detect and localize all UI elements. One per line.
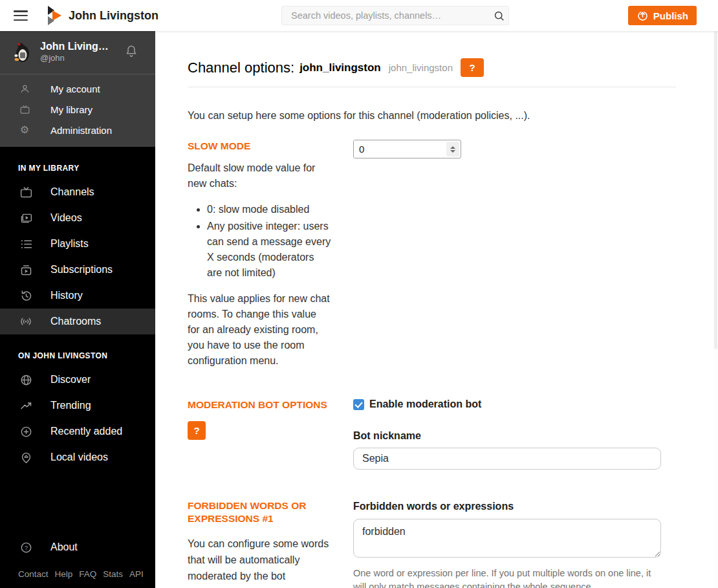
search-input[interactable] [282, 10, 489, 21]
slow-mode-field-column [353, 140, 661, 158]
footer-link-help[interactable]: Help [55, 569, 73, 579]
playlists-icon [18, 237, 34, 251]
intro-text: You can setup here some options for this… [188, 110, 676, 122]
slow-mode-number-field [353, 140, 461, 158]
slow-mode-description-column: SLOW MODE Default slow mode value for ne… [188, 140, 353, 369]
channel-name: john_livingston [299, 61, 381, 74]
sidebar-item-my-account[interactable]: My account [0, 78, 155, 99]
forbidden-words-description: You can configure some words that will b… [188, 536, 331, 588]
sidebar-spacer [0, 470, 155, 534]
slow-mode-description: Default slow mode value for new chats: [188, 160, 331, 191]
question-circle-icon: ? [18, 541, 34, 554]
sidebar-footer: Contact Help FAQ Stats API [0, 569, 155, 588]
trending-icon [18, 399, 34, 413]
slow-mode-bullet: 0: slow mode disabled [207, 202, 331, 217]
page-title: Channel options: [188, 60, 294, 76]
bot-nickname-input[interactable] [353, 448, 661, 470]
peertube-logo-icon[interactable] [47, 6, 62, 25]
sidebar-item-chatrooms[interactable]: Chatrooms [0, 309, 155, 334]
sidebar-item-about[interactable]: ? About [0, 534, 155, 560]
avatar[interactable] [10, 40, 34, 63]
number-spinner[interactable] [446, 142, 459, 157]
plus-circle-icon [18, 425, 34, 439]
sidebar-item-recently-added[interactable]: Recently added [0, 419, 155, 444]
spinner-up-icon[interactable] [450, 146, 455, 149]
search-icon[interactable] [489, 10, 508, 22]
top-header: John Livingston Publish [0, 0, 718, 31]
page-scrollbar[interactable] [713, 31, 718, 588]
nav-item-label: Recently added [50, 426, 122, 437]
library-section-title: IN MY LIBRARY [0, 164, 155, 173]
menu-item-label: Administration [50, 125, 112, 136]
nav-item-label: Discover [50, 374, 91, 386]
nav-item-label: Local videos [50, 452, 108, 463]
sidebar-item-trending[interactable]: Trending [0, 393, 155, 419]
footer-link-api[interactable]: API [129, 569, 144, 579]
slow-mode-input[interactable] [354, 140, 445, 158]
nav-item-label: Playlists [50, 238, 89, 250]
enable-bot-checkbox[interactable] [353, 399, 364, 410]
sidebar: John Livingston @john [0, 31, 155, 588]
sidebar-item-history[interactable]: History [0, 283, 155, 309]
footer-link-stats[interactable]: Stats [103, 569, 123, 579]
forbidden-words-textarea[interactable]: forbidden [353, 519, 661, 558]
sidebar-item-administration[interactable]: ⚙ Administration [0, 120, 155, 140]
forbidden-words-hint: One word or expression per line. If you … [353, 567, 661, 588]
moderation-bot-section: MODERATION BOT OPTIONS ? Enable moderati… [188, 398, 676, 470]
nav-item-label: Subscriptions [50, 264, 113, 276]
menu-toggle-button[interactable] [14, 10, 28, 21]
main-content: Channel options: john_livingston john_li… [155, 31, 718, 588]
footer-link-faq[interactable]: FAQ [79, 569, 96, 579]
sidebar-top-section: John Livingston @john [0, 31, 155, 147]
forbidden-words-description-column: FORBIDDEN WORDS OR EXPRESSIONS #1 You ca… [188, 499, 353, 588]
search-bar [281, 6, 509, 25]
nav-item-label: Channels [50, 186, 94, 198]
forbidden-words-field-column: Forbidden words or expressions forbidden… [353, 499, 661, 588]
slow-mode-heading: SLOW MODE [188, 140, 331, 153]
moderation-bot-field-column: Enable moderation bot Bot nickname [353, 398, 661, 470]
home-pin-icon [18, 451, 34, 464]
sidebar-item-my-library[interactable]: My library [0, 99, 155, 120]
sidebar-item-subscriptions[interactable]: Subscriptions [0, 257, 155, 283]
channel-handle: john_livingston [389, 62, 453, 73]
videos-icon [18, 212, 34, 225]
bot-nickname-label: Bot nickname [353, 430, 661, 442]
person-icon [18, 83, 31, 94]
nav-item-label: Videos [50, 212, 82, 224]
sidebar-item-channels[interactable]: Channels [0, 179, 155, 205]
tv-icon [18, 104, 31, 115]
account-menu: My account My library ⚙ Administration [0, 74, 155, 147]
user-block[interactable]: John Livingston @john [0, 31, 155, 74]
moderation-bot-help-button[interactable]: ? [188, 421, 206, 440]
moderation-bot-description-column: MODERATION BOT OPTIONS ? [188, 398, 353, 440]
upload-icon [636, 10, 649, 22]
slow-mode-bullet: Any positive integer: users can send a m… [207, 219, 331, 281]
publish-button[interactable]: Publish [628, 6, 697, 25]
sidebar-item-local-videos[interactable]: Local videos [0, 444, 155, 470]
slow-mode-section: SLOW MODE Default slow mode value for ne… [188, 140, 676, 369]
channels-icon [18, 186, 34, 199]
sidebar-item-discover[interactable]: Discover [0, 367, 155, 393]
nav-item-label: Chatrooms [50, 316, 101, 327]
sidebar-item-videos[interactable]: Videos [0, 205, 155, 231]
svg-text:?: ? [24, 544, 27, 551]
forbidden-words-section: FORBIDDEN WORDS OR EXPRESSIONS #1 You ca… [188, 499, 676, 588]
gear-icon: ⚙ [18, 125, 31, 135]
menu-item-label: My account [50, 83, 100, 94]
user-handle: @john [40, 53, 113, 63]
scrollbar-thumb[interactable] [714, 31, 717, 349]
globe-icon [18, 373, 34, 387]
sidebar-item-playlists[interactable]: Playlists [0, 231, 155, 257]
spinner-down-icon[interactable] [450, 150, 455, 153]
notifications-bell-icon[interactable] [124, 44, 138, 61]
user-display-name: John Livingston [40, 41, 113, 52]
title-divider [188, 87, 676, 87]
title-help-button[interactable]: ? [461, 58, 484, 77]
nav-item-label: Trending [50, 400, 91, 411]
instance-section-title: ON JOHN LIVINGSTON [0, 351, 155, 360]
moderation-bot-heading: MODERATION BOT OPTIONS [188, 398, 331, 411]
instance-title[interactable]: John Livingston [69, 9, 158, 23]
enable-bot-label: Enable moderation bot [369, 398, 481, 410]
slow-mode-bullet-list: 0: slow mode disabled Any positive integ… [207, 202, 331, 281]
footer-link-contact[interactable]: Contact [18, 569, 49, 579]
